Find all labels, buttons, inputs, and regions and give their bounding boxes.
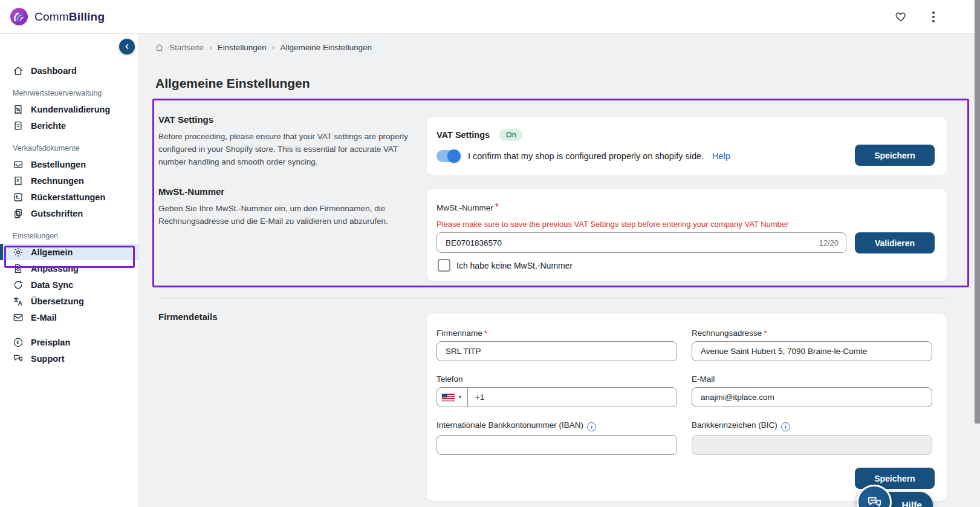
field-firmenname: Firmenname*: [436, 329, 677, 361]
breadcrumb-home-icon[interactable]: [155, 43, 164, 52]
section-divider: [158, 298, 947, 299]
validate-button[interactable]: Validieren: [855, 232, 935, 253]
vat-number-input-wrap: 12/20: [436, 232, 846, 253]
vat-save-button[interactable]: Speichern: [855, 145, 935, 166]
sidebar-item-label: Preisplan: [31, 338, 70, 347]
field-iban: Internationale Bankkontonummer (IBAN): [436, 420, 677, 455]
firmenname-input[interactable]: [444, 346, 669, 356]
svg-text:€: €: [16, 340, 19, 345]
favorite-heart-icon[interactable]: [894, 10, 908, 24]
sidebar-collapse-button[interactable]: [119, 39, 135, 54]
bic-input: [699, 440, 924, 450]
bic-label: Bankkennzeichen (BIC): [692, 420, 777, 430]
sidebar-item-label: Übersetzung: [31, 296, 84, 306]
scrollbar-thumb[interactable]: [975, 0, 980, 424]
rechnungsadresse-input[interactable]: [699, 346, 924, 356]
field-bic: Bankkennzeichen (BIC): [692, 420, 932, 455]
main-content: Startseite Einstellungen Allgemeine Eins…: [139, 33, 975, 507]
field-telefon: Telefon: [436, 375, 677, 407]
breadcrumb-item-einstellungen[interactable]: Einstellungen: [218, 43, 267, 52]
firmenname-label: Firmenname: [436, 329, 482, 338]
chat-icon: [13, 353, 24, 364]
required-mark: *: [495, 202, 499, 212]
help-button-label: Hilfe: [901, 500, 922, 507]
sidebar-item-label: Anpassung: [31, 264, 79, 273]
page-title: Allgemeine Einstellungen: [155, 76, 310, 91]
home-icon: [13, 65, 24, 76]
no-vat-checkbox-label: Ich habe keine MwSt.-Nummer: [456, 261, 573, 270]
scrollbar-track[interactable]: [975, 0, 980, 507]
brand-name: CommBilling: [34, 10, 105, 24]
sidebar-item-support[interactable]: Support: [0, 350, 138, 367]
vat-settings-heading: VAT Settings: [158, 114, 412, 125]
topbar-actions: [894, 0, 941, 33]
gear-icon: [13, 247, 24, 258]
vat-number-input[interactable]: [444, 238, 814, 248]
no-vat-checkbox[interactable]: [438, 259, 450, 272]
field-rechnungsadresse: Rechnungsadresse*: [692, 329, 932, 361]
info-icon[interactable]: [587, 422, 596, 431]
app-logo-icon: [9, 7, 29, 27]
sidebar-item-allgemein[interactable]: Allgemein: [0, 244, 138, 260]
vat-confirm-toggle[interactable]: [436, 150, 459, 162]
email-input[interactable]: [699, 392, 924, 402]
chevron-right-icon: [209, 42, 212, 52]
sidebar-item-berichte[interactable]: Berichte: [0, 117, 138, 134]
telefon-label: Telefon: [436, 375, 463, 384]
breadcrumb-item-allgemeine-einstellungen[interactable]: Allgemeine Einstellungen: [280, 43, 372, 52]
telefon-input[interactable]: [468, 388, 677, 407]
mail-icon: [13, 312, 24, 323]
email-label: E-Mail: [692, 375, 715, 384]
app-root: CommBilling Dashboard Mehrwertsteuerverw…: [0, 0, 980, 507]
vat-number-heading: MwSt.-Nummer: [158, 186, 412, 197]
breadcrumb-item-startseite[interactable]: Startseite: [169, 43, 204, 52]
character-counter: 12/20: [819, 238, 839, 247]
phone-country-selector[interactable]: [437, 388, 468, 407]
sidebar-item-uebersetzung[interactable]: Übersetzung: [0, 293, 138, 309]
required-mark: *: [764, 329, 767, 338]
field-email: E-Mail: [692, 375, 932, 407]
iban-label: Internationale Bankkontonummer (IBAN): [436, 420, 583, 430]
sidebar-item-bestellungen[interactable]: Bestellungen: [0, 156, 138, 172]
sidebar-item-label: Kundenvalidierung: [31, 105, 110, 114]
invoice-euro-icon: €: [13, 175, 24, 186]
orders-icon: [13, 159, 24, 170]
topbar: CommBilling: [0, 0, 980, 34]
sidebar-item-rueckerstattungen[interactable]: Rückerstattungen: [0, 189, 138, 205]
sidebar-item-label: Bestellungen: [31, 160, 86, 169]
status-badge: On: [499, 129, 523, 141]
sidebar-item-label: Support: [31, 354, 65, 364]
sidebar-item-preisplan[interactable]: € Preisplan: [0, 334, 138, 350]
vat-number-section-intro: MwSt.-Nummer Geben Sie Ihre MwSt.-Nummer…: [158, 186, 412, 227]
iban-input[interactable]: [444, 440, 669, 450]
info-icon[interactable]: [781, 422, 790, 431]
sidebar-item-dashboard[interactable]: Dashboard: [0, 62, 138, 79]
company-details-intro: Firmendetails: [158, 312, 218, 322]
help-link[interactable]: Help: [712, 151, 730, 161]
sidebar-item-email[interactable]: E-Mail: [0, 309, 138, 325]
breadcrumb: Startseite Einstellungen Allgemeine Eins…: [155, 42, 372, 52]
sidebar-item-kundenvalidierung[interactable]: Kundenvalidierung: [0, 101, 138, 117]
vat-number-description: Geben Sie Ihre MwSt.-Nummer ein, um den …: [158, 202, 412, 227]
refund-icon: [13, 192, 24, 203]
sidebar-item-label: E-Mail: [31, 313, 57, 322]
brand: CommBilling: [9, 7, 105, 27]
sidebar-item-label: Berichte: [31, 121, 66, 131]
translate-icon: [13, 296, 24, 307]
sidebar-item-anpassung[interactable]: Anpassung: [0, 260, 138, 276]
sidebar-item-label: Allgemein: [31, 247, 73, 257]
sidebar-item-gutschriften[interactable]: Gutschriften: [0, 205, 138, 221]
sidebar-item-label: Rückerstattungen: [31, 192, 105, 202]
us-flag-icon: [442, 394, 455, 401]
credit-note-icon: [13, 208, 24, 219]
vat-settings-section-intro: VAT Settings Before proceeding, please e…: [158, 114, 412, 168]
company-details-card: Firmenname* Rechnungsadresse* Telefon: [427, 314, 947, 501]
more-menu-icon[interactable]: [926, 10, 941, 24]
sidebar-section-settings: Einstellungen: [0, 231, 138, 241]
vat-confirm-text: I confirm that my shop is configured pro…: [468, 151, 704, 161]
customize-icon: [13, 263, 24, 274]
vat-card-title: VAT Settings: [436, 130, 490, 140]
sidebar-item-data-sync[interactable]: Data Sync: [0, 276, 138, 293]
rechnungsadresse-label: Rechnungsadresse: [692, 329, 762, 338]
sidebar-item-rechnungen[interactable]: € Rechnungen: [0, 172, 138, 189]
